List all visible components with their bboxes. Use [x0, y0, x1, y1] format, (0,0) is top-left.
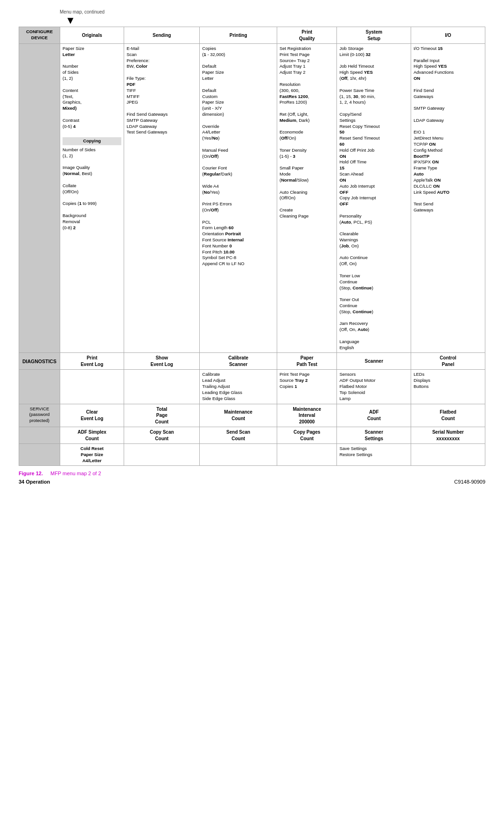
col-header-io: I/O — [411, 27, 485, 44]
diag-col-show-event-log: Show Event Log — [124, 353, 200, 370]
service-row2: ADF Simplex Count Copy Scan Count Send S… — [19, 427, 485, 444]
printing-orientation: Portrait — [225, 231, 241, 236]
ss-50: 50 — [339, 129, 344, 134]
service-col-maintenance-interval: Maintenance Interval 200000 — [277, 404, 337, 427]
service-empty3 — [277, 444, 337, 466]
diag-col-paper-path-test: Paper Path Test — [277, 353, 337, 370]
ss-continue: Continue — [352, 285, 371, 290]
service-row2-spacer — [19, 427, 60, 444]
printing-content: Copies (1 - 32,000) Default Paper Size L… — [200, 44, 277, 353]
service-col-maintenance-count: Maintenance Count — [200, 404, 277, 427]
printing-font-source: Internal — [228, 237, 244, 242]
ss-30: 30 — [353, 94, 358, 99]
col-header-sending: Sending — [124, 27, 200, 44]
sending-color: Color — [136, 63, 147, 69]
pq-economode: Off — [281, 135, 287, 141]
col-header-originals: Originals — [60, 27, 124, 44]
service-empty4 — [411, 444, 485, 466]
ss-off: Off — [341, 76, 348, 81]
printing-no: No — [212, 135, 218, 141]
sending-content: E-Mail Scan Preference: BW, Color File T… — [124, 44, 200, 353]
service-col-clear-event-log: Clear Event Log — [60, 404, 124, 427]
service-col-total-page-count: Total Page Count — [124, 404, 200, 427]
service-col-flatbed-count: Flatbed Count — [411, 404, 485, 427]
pq-normal: Normal — [281, 177, 296, 183]
copying-removal: 2 — [73, 225, 76, 230]
ss-yes: YES — [364, 70, 373, 75]
service-empty2 — [200, 444, 277, 466]
diag-control-panel-content: LEDs Displays Buttons — [411, 370, 485, 404]
ss-60: 60 — [339, 141, 344, 147]
io-on: ON — [413, 76, 420, 81]
service-col-copy-pages: Copy Pages Count — [277, 427, 337, 444]
figure-label: Figure 12. — [19, 471, 43, 476]
footer: 34 Operation C9148-90909 — [19, 479, 485, 485]
diag-calibrate-scanner-content: Calibrate Lead Adjust Trailing Adjust Le… — [200, 370, 277, 404]
service-col-adf-simplex: ADF Simplex Count — [60, 427, 124, 444]
io-tcpip: ON — [429, 141, 435, 147]
col-header-print-quality: Print Quality — [277, 27, 337, 44]
io-dlc: ON — [433, 183, 440, 189]
diag-print-event-log-content — [60, 370, 124, 404]
diagnostics-header-row: DIAGNOSTICS Print Event Log Show Event L… — [19, 353, 485, 370]
printing-regular: Regular — [204, 171, 220, 176]
io-content: I/O Timeout 15 Parallel Input High Speed… — [411, 44, 485, 353]
originals-contrast: 4 — [73, 124, 76, 129]
header-row: CONFIGURE DEVICE Originals Sending Print… — [19, 27, 485, 44]
diagnostics-content-row: Calibrate Lead Adjust Trailing Adjust Le… — [19, 370, 485, 404]
service-col-scanner-settings: Scanner Settings — [337, 427, 411, 444]
ss-job: Job — [341, 243, 349, 248]
col-header-printing: Printing — [200, 27, 277, 44]
sending-pdf: PDF — [126, 82, 135, 87]
diag-col-calibrate-scanner: Calibrate Scanner — [200, 353, 277, 370]
ss-auto2: Auto — [357, 327, 368, 332]
service-col-copy-scan: Copy Scan Count — [124, 427, 200, 444]
system-setup-content: Job Storage Limit (0-100) 32 Job Held Ti… — [337, 44, 411, 353]
ss-auto: Auto — [341, 219, 351, 225]
service-empty1 — [124, 444, 200, 466]
service-header-row: SERVICE (password protected) Clear Event… — [19, 404, 485, 427]
footer-right: C9148-90909 — [454, 479, 485, 485]
pq-medium: Medium — [280, 118, 296, 123]
copying-header: Copying — [63, 137, 121, 145]
printing-no2: No — [204, 190, 210, 195]
diag-col-print-event-log: Print Event Log — [60, 353, 124, 370]
io-ipx: ON — [432, 159, 439, 164]
printing-off: Off — [211, 154, 217, 159]
io-high-speed: YES — [438, 63, 447, 69]
pq-density: 3 — [293, 154, 295, 159]
configure-device-content-row: Paper Size Letter Numberof Sides(1, 2) C… — [19, 44, 485, 353]
printing-form-length: 60 — [229, 225, 234, 230]
service-label: SERVICE (password protected) — [19, 404, 60, 427]
printing-off2: Off — [211, 207, 217, 212]
diag-col-control-panel: Control Panel — [411, 353, 485, 370]
printing-font-pitch: 10.00 — [224, 249, 235, 254]
diag-copies: 1 — [294, 384, 297, 389]
diagnostics-content-spacer — [19, 370, 60, 404]
ss-off3: OFF — [339, 201, 348, 206]
originals-letter: Letter — [63, 52, 75, 57]
io-timeout: 15 — [438, 46, 443, 51]
io-auto: Auto — [413, 171, 424, 176]
diag-scanner-content: Sensors ADF Output Motor Flatbed Motor T… — [337, 370, 411, 404]
printing-copies-bold: 1 — [204, 52, 206, 57]
diag-paper-path-test-content: Print Test Page Source Tray 2 Copies 1 — [277, 370, 337, 404]
copying-copies: 1 — [79, 201, 81, 206]
diagnostics-label: DIAGNOSTICS — [19, 353, 60, 370]
figure-title: MFP menu map 2 of 2 — [50, 471, 101, 476]
io-link-speed: AUTO — [437, 190, 449, 195]
col-header-system-setup: System Setup — [337, 27, 411, 44]
pq-fastres: FastRes 1200 — [280, 94, 308, 99]
ss-on: ON — [339, 154, 346, 159]
figure-caption: Figure 12. MFP menu map 2 of 2 — [19, 471, 485, 476]
footer-left: 34 Operation — [19, 479, 50, 485]
service-row3-spacer — [19, 444, 60, 466]
ss-15: 15 — [339, 165, 344, 170]
service-col-adf-count: ADF Count — [337, 404, 411, 427]
diag-show-event-log-content — [124, 370, 200, 404]
service-row3: Cold Reset Paper Size A4/Letter Save Set… — [19, 444, 485, 466]
configure-device-label: CONFIGURE DEVICE — [19, 27, 60, 44]
originals-content: Paper Size Letter Numberof Sides(1, 2) C… — [60, 44, 124, 353]
ss-limit: 32 — [365, 52, 371, 57]
configure-device-content-spacer — [19, 44, 60, 353]
